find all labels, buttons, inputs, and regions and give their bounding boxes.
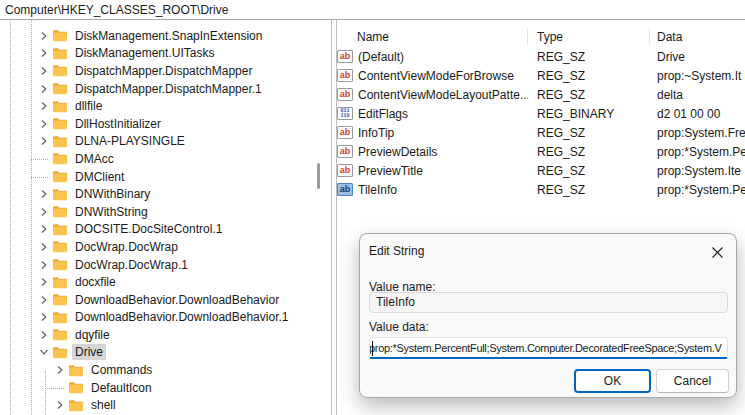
tree-item-label: DOCSITE.DocSiteControl.1: [72, 221, 225, 237]
tree-item-docsite-docsitecontrol-1[interactable]: DOCSITE.DocSiteControl.1: [0, 221, 331, 239]
folder-icon: [68, 399, 84, 412]
chevron-right-icon[interactable]: [36, 82, 51, 96]
chevron-right-icon[interactable]: [52, 398, 67, 412]
value-name-text: (Default): [358, 50, 404, 64]
tree-item-commands[interactable]: Commands: [0, 361, 331, 379]
value-type-cell: REG_SZ: [528, 145, 650, 159]
chevron-right-icon[interactable]: [36, 328, 51, 342]
tree-vertical-scrollbar[interactable]: [317, 163, 320, 189]
value-name-cell: 011110EditFlags: [337, 107, 528, 121]
value-name-field[interactable]: TileInfo: [369, 292, 728, 313]
chevron-right-icon[interactable]: [52, 363, 67, 377]
chevron-right-icon[interactable]: [36, 29, 51, 43]
string-value-icon: ab: [337, 69, 353, 82]
tree-item-dispatchmapper-dispatchmapper-1[interactable]: DispatchMapper.DispatchMapper.1: [0, 80, 331, 98]
tree-item-label: shell: [88, 397, 119, 413]
tree-item-label: docxfile: [72, 274, 119, 290]
chevron-right-icon[interactable]: [36, 258, 51, 272]
chevron-right-icon[interactable]: [36, 293, 51, 307]
tree-item-label: DNWithBinary: [72, 186, 153, 202]
tree-item-docwrap-docwrap-1[interactable]: DocWrap.DocWrap.1: [0, 256, 331, 274]
column-header-type[interactable]: Type: [528, 29, 650, 45]
folder-icon: [52, 346, 68, 359]
tree-item-docxfile[interactable]: docxfile: [0, 273, 331, 291]
registry-value-row-tileinfo[interactable]: abTileInfoREG_SZprop:*System.Pe: [337, 180, 745, 199]
ok-button[interactable]: OK: [574, 369, 651, 393]
registry-value-row-previewtitle[interactable]: abPreviewTitleREG_SZprop:System.Ite: [337, 161, 745, 180]
tree-item-dlna-playsingle[interactable]: DLNA-PLAYSINGLE: [0, 133, 331, 151]
tree-item-dnwithbinary[interactable]: DNWithBinary: [0, 185, 331, 203]
value-name-text: InfoTip: [358, 126, 394, 140]
tree-item-dnwithstring[interactable]: DNWithString: [0, 203, 331, 221]
value-data-input[interactable]: prop:*System.PercentFull;System.Computer…: [369, 337, 728, 359]
tree-item-label: dllfile: [72, 98, 105, 114]
string-value-icon: ab: [337, 50, 353, 63]
folder-icon: [52, 205, 68, 218]
value-name-text: PreviewDetails: [358, 145, 437, 159]
tree-item-label: DocWrap.DocWrap.1: [72, 257, 191, 273]
folder-icon: [52, 152, 68, 165]
value-data-cell: d2 01 00 00: [650, 107, 745, 121]
tree-item-label: dqyfile: [72, 327, 113, 343]
chevron-right-icon[interactable]: [36, 64, 51, 78]
chevron-right-icon[interactable]: [36, 187, 51, 201]
value-name-cell: abPreviewTitle: [337, 164, 528, 178]
value-data-label: Value data:: [369, 320, 429, 334]
chevron-right-icon[interactable]: [36, 46, 51, 60]
tree-item-dllhostinitializer[interactable]: DllHostInitializer: [0, 115, 331, 133]
tree-item-diskmanagement-snapinextension[interactable]: DiskManagement.SnapInExtension: [0, 27, 331, 45]
tree-item-downloadbehavior-downloadbehavior[interactable]: DownloadBehavior.DownloadBehavior: [0, 291, 331, 309]
value-name-cell: abPreviewDetails: [337, 145, 528, 159]
tree-item-shell[interactable]: shell: [0, 396, 331, 414]
registry-value-row-previewdetails[interactable]: abPreviewDetailsREG_SZprop:*System.Pe: [337, 142, 745, 161]
tree-item-dispatchmapper-dispatchmapper[interactable]: DispatchMapper.DispatchMapper: [0, 62, 331, 80]
chevron-right-icon[interactable]: [36, 222, 51, 236]
close-button[interactable]: [704, 239, 730, 265]
chevron-right-icon[interactable]: [36, 117, 51, 131]
tree-item-label: DocWrap.DocWrap: [72, 239, 181, 255]
chevron-right-icon[interactable]: [36, 275, 51, 289]
value-type-cell: REG_SZ: [528, 88, 650, 102]
tree-item-label: DownloadBehavior.DownloadBehavior: [72, 292, 282, 308]
tree-item-dllfile[interactable]: dllfile: [0, 97, 331, 115]
chevron-down-icon[interactable]: [36, 345, 51, 359]
chevron-right-icon[interactable]: [36, 240, 51, 254]
chevron-right-icon[interactable]: [36, 99, 51, 113]
tree-item-dmclient[interactable]: DMClient: [0, 168, 331, 186]
tree-item-docwrap-docwrap[interactable]: DocWrap.DocWrap: [0, 238, 331, 256]
value-type-cell: REG_SZ: [528, 183, 650, 197]
chevron-right-icon[interactable]: [36, 134, 51, 148]
tree-item-downloadbehavior-downloadbehavior-1[interactable]: DownloadBehavior.DownloadBehavior.1: [0, 309, 331, 327]
registry-value-row-infotip[interactable]: abInfoTipREG_SZprop:System.Fre: [337, 123, 745, 142]
registry-values-list: ab(Default)REG_SZDriveabContentViewModeF…: [337, 47, 745, 199]
tree-item-dqyfile[interactable]: dqyfile: [0, 326, 331, 344]
address-bar[interactable]: Computer\HKEY_CLASSES_ROOT\Drive: [0, 0, 745, 20]
folder-icon: [52, 29, 68, 42]
chevron-right-icon[interactable]: [36, 205, 51, 219]
value-type-cell: REG_SZ: [528, 50, 650, 64]
value-name-text: ContentViewModeForBrowse: [358, 69, 514, 83]
value-data-cell: Drive: [650, 50, 745, 64]
chevron-right-icon[interactable]: [36, 310, 51, 324]
address-path: Computer\HKEY_CLASSES_ROOT\Drive: [5, 3, 228, 17]
registry-value-row-contentviewmodelayoutpatte[interactable]: abContentViewModeLayoutPatte...REG_SZdel…: [337, 85, 745, 104]
tree-item-label: DiskManagement.SnapInExtension: [72, 28, 265, 44]
tree-item-label: DispatchMapper.DispatchMapper: [72, 63, 255, 79]
value-name-cell: abTileInfo: [337, 183, 528, 197]
cancel-button[interactable]: Cancel: [656, 369, 729, 393]
tree-item-label: DMAcc: [72, 151, 117, 167]
registry-value-row-default[interactable]: ab(Default)REG_SZDrive: [337, 47, 745, 66]
registry-value-row-editflags[interactable]: 011110EditFlagsREG_BINARYd2 01 00 00: [337, 104, 745, 123]
tree-item-dmacc[interactable]: DMAcc: [0, 150, 331, 168]
tree-item-drive[interactable]: Drive: [0, 344, 331, 362]
tree-item-defaulticon[interactable]: DefaultIcon: [0, 379, 331, 397]
registry-tree: DiskManagement.SnapInExtensionDiskManage…: [0, 27, 331, 414]
dialog-title: Edit String: [369, 244, 424, 258]
column-header-data[interactable]: Data: [650, 29, 745, 45]
registry-value-row-contentviewmodeforbrowse[interactable]: abContentViewModeForBrowseREG_SZprop:~Sy…: [337, 66, 745, 85]
tree-item-label: DNWithString: [72, 204, 151, 220]
folder-icon: [52, 311, 68, 324]
column-header-name[interactable]: Name: [337, 29, 528, 45]
tree-item-diskmanagement-uitasks[interactable]: DiskManagement.UITasks: [0, 45, 331, 63]
folder-icon: [52, 276, 68, 289]
